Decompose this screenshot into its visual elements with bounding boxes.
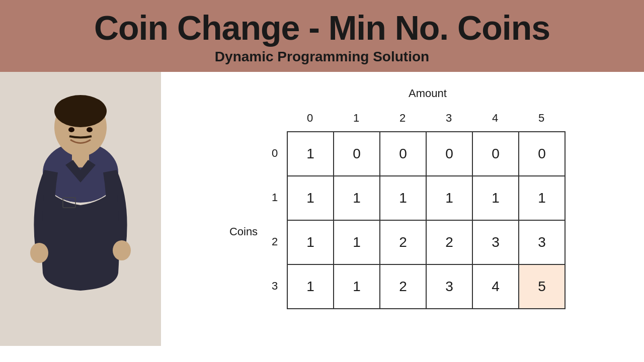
cell-1-2: 1 bbox=[380, 176, 426, 220]
table-wrapper: Coins 0 1 2 3 0 1 2 3 4 5 bbox=[229, 105, 566, 309]
dp-table: 100000111111112233112345 bbox=[287, 131, 566, 309]
col-header-2: 2 bbox=[379, 105, 426, 131]
svg-point-7 bbox=[87, 127, 93, 132]
cell-3-0: 1 bbox=[287, 264, 334, 309]
svg-point-6 bbox=[68, 127, 74, 132]
row-label-1: 1 bbox=[267, 175, 287, 220]
page-subtitle: Dynamic Programming Solution bbox=[20, 49, 624, 65]
table-row: 111111 bbox=[287, 176, 565, 220]
row-label-3: 3 bbox=[267, 264, 287, 308]
svg-point-10 bbox=[113, 240, 131, 260]
col-header-4: 4 bbox=[472, 105, 518, 131]
cell-2-3: 2 bbox=[426, 220, 472, 264]
person-photo bbox=[0, 72, 161, 346]
cell-3-3: 3 bbox=[426, 264, 472, 309]
cell-3-1: 1 bbox=[334, 264, 380, 309]
cell-2-5: 3 bbox=[519, 220, 565, 264]
cell-2-0: 1 bbox=[287, 220, 334, 264]
cell-0-4: 0 bbox=[472, 132, 519, 176]
cell-0-3: 0 bbox=[426, 132, 472, 176]
cell-3-5: 5 bbox=[519, 264, 565, 309]
cell-0-2: 0 bbox=[380, 132, 426, 176]
col-header-0: 0 bbox=[287, 105, 333, 131]
col-header-3: 3 bbox=[426, 105, 472, 131]
svg-point-3 bbox=[54, 95, 107, 127]
row-label-2: 2 bbox=[267, 220, 287, 264]
svg-point-9 bbox=[30, 243, 48, 263]
cell-3-4: 4 bbox=[472, 264, 519, 309]
cell-1-5: 1 bbox=[519, 176, 565, 220]
cell-2-2: 2 bbox=[380, 220, 426, 264]
col-header-1: 1 bbox=[333, 105, 379, 131]
cell-1-3: 1 bbox=[426, 176, 472, 220]
cell-0-1: 0 bbox=[334, 132, 380, 176]
cell-1-0: 1 bbox=[287, 176, 334, 220]
cell-1-4: 1 bbox=[472, 176, 519, 220]
table-section: Amount Coins 0 1 2 3 0 1 2 3 4 bbox=[161, 72, 644, 319]
row-numbers: 0 1 2 3 bbox=[267, 105, 287, 308]
person-svg bbox=[0, 72, 161, 346]
table-row: 112345 bbox=[287, 264, 565, 309]
coins-label: Coins bbox=[229, 175, 258, 238]
table-row: 100000 bbox=[287, 132, 565, 176]
table-row: 112233 bbox=[287, 220, 565, 264]
page-title: Coin Change - Min No. Coins bbox=[20, 9, 624, 47]
col-header-5: 5 bbox=[518, 105, 565, 131]
cell-2-1: 1 bbox=[334, 220, 380, 264]
cell-1-1: 1 bbox=[334, 176, 380, 220]
amount-label: Amount bbox=[409, 87, 447, 100]
cell-0-5: 0 bbox=[519, 132, 565, 176]
coins-label-container: Coins 0 1 2 3 bbox=[229, 105, 287, 308]
row-label-0: 0 bbox=[267, 131, 287, 175]
header-section: Coin Change - Min No. Coins Dynamic Prog… bbox=[0, 0, 644, 72]
cell-0-0: 1 bbox=[287, 132, 334, 176]
dp-table-container: 0 1 2 3 4 5 100000111111112233112345 bbox=[287, 105, 566, 309]
cell-2-4: 3 bbox=[472, 220, 519, 264]
col-headers: 0 1 2 3 4 5 bbox=[287, 105, 566, 131]
cell-3-2: 2 bbox=[380, 264, 426, 309]
content-area: Amount Coins 0 1 2 3 0 1 2 3 4 bbox=[0, 72, 644, 346]
